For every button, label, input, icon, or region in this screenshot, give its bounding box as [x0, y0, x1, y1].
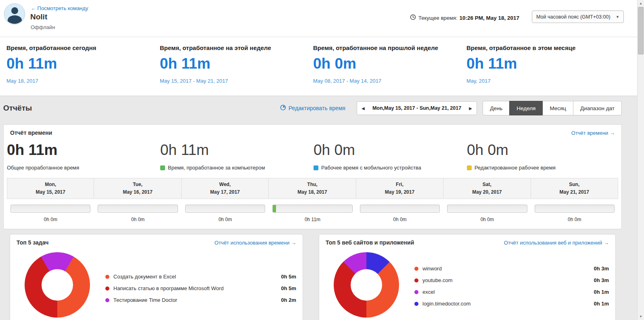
- reports-toolbar: Отчёты Редактировать время ◀ Mon,May 15,…: [0, 96, 637, 120]
- day-time: 0h 0m: [356, 217, 443, 222]
- legend-row: youtube.com 0h 3m: [414, 274, 609, 286]
- day-time: 0h 0m: [443, 217, 531, 222]
- web-app-usage-report-link[interactable]: Отчёт использования веб и приложений →: [504, 240, 609, 246]
- bottom-cards: Топ 5 задач Отчёт использования времени …: [10, 234, 622, 320]
- legend-row: login.timedoctor.com 0h 1m: [414, 298, 609, 310]
- time-report-summary: 0h 11m Общее проработанное время 0h 11m …: [4, 136, 621, 171]
- time-report-link[interactable]: Отчёт времени →: [571, 130, 615, 136]
- prev-week-button[interactable]: ◀: [357, 102, 369, 115]
- stat-this-month: Время, отработанное в этом месяце 0h 11m…: [466, 37, 620, 96]
- stat-title: Время, отработанное на прошлой неделе: [313, 44, 466, 51]
- view-day-button[interactable]: День: [483, 101, 510, 115]
- edited-time-marker: [467, 165, 472, 170]
- stats-row: Время, отработанное сегодня 0h 11m May 1…: [0, 37, 637, 96]
- view-team-link[interactable]: ← Посмотреть команду: [31, 5, 88, 11]
- tasks-donut-chart: [25, 252, 90, 318]
- user-name: Nolit: [30, 13, 47, 21]
- timezone-select-value: Мой часовой пояс (GMT+03:00): [536, 14, 611, 20]
- stat-last-week: Время, отработанное на прошлой неделе 0h…: [313, 37, 466, 96]
- legend-time: 0h 3m: [594, 277, 609, 283]
- legend-label: Создать документ в Excel: [113, 274, 176, 280]
- legend-label: winword: [422, 266, 442, 272]
- day-header-cell: Mon,May 15, 2017: [7, 178, 94, 199]
- legend-label: youtube.com: [422, 277, 452, 283]
- top-sites-content: winword 0h 3m youtube.com 0h 3m excel 0h…: [319, 246, 615, 318]
- legend-label: excel: [422, 289, 435, 295]
- legend-dot: [105, 275, 109, 279]
- week-times-row: 0h 0m 0h 0m 0h 0m 0h 11m 0h 0m 0h 0m 0h …: [7, 217, 618, 222]
- stat-period: May 08, 2017 - May 14, 2017: [313, 78, 466, 84]
- top-tasks-content: Создать документ в Excel 0h 5m Написать …: [10, 246, 303, 318]
- legend-dot: [414, 302, 418, 306]
- legend-label: Тестирование Time Doctor: [113, 297, 177, 303]
- summary-value: 0h 11m: [7, 142, 160, 159]
- legend-time: 0h 5m: [281, 274, 296, 280]
- top-sites-card: Топ 5 веб сайтов и приложений Отчёт испо…: [319, 234, 616, 320]
- legend-time: 0h 1m: [594, 301, 609, 307]
- legend-dot: [414, 278, 418, 282]
- legend-time: 0h 3m: [594, 266, 609, 272]
- day-time: 0h 0m: [7, 217, 94, 222]
- view-week-button[interactable]: Неделя: [509, 101, 543, 115]
- current-time: Текущее время: 10:26 PM, May 18, 2017: [410, 14, 519, 21]
- user-status: Оффлайн: [31, 24, 55, 30]
- scrollbar-down-icon[interactable]: ▼: [638, 313, 644, 320]
- dashboard-page: ← Посмотреть команду Nolit Оффлайн Текущ…: [0, 0, 637, 320]
- day-header-cell: Sat,May 20, 2017: [443, 178, 531, 199]
- stat-title: Время, отработанное на этой неделе: [160, 44, 313, 51]
- timezone-select[interactable]: Мой часовой пояс (GMT+03:00) ▼: [532, 10, 624, 23]
- vertical-scrollbar[interactable]: ▲ ▼: [637, 0, 644, 320]
- day-progress-bar: [360, 205, 440, 213]
- legend-dot: [414, 290, 418, 294]
- legend-row: Тестирование Time Doctor 0h 2m: [105, 294, 296, 306]
- day-time: 0h 0m: [531, 217, 618, 222]
- top-tasks-header: Топ 5 задач Отчёт использования времени …: [10, 234, 303, 246]
- date-navigator: ◀ Mon,May 15, 2017 - Sun,May 21, 2017 ▶: [357, 101, 477, 115]
- stat-value: 0h 11m: [466, 55, 620, 72]
- legend-time: 0h 2m: [281, 297, 296, 303]
- day-time: 0h 0m: [94, 217, 181, 222]
- day-progress-bar: [185, 205, 265, 213]
- view-range-button[interactable]: Диапазон дат: [573, 101, 622, 115]
- day-header-cell: Thu,May 18, 2017: [268, 178, 356, 199]
- day-header-cell: Sun,May 21, 2017: [531, 178, 618, 199]
- view-month-button[interactable]: Месяц: [542, 101, 573, 115]
- summary-label: Рабочее время с мобильного устройства: [314, 165, 467, 171]
- legend-time: 0h 1m: [594, 289, 609, 295]
- time-report-title: Отчёт времени: [10, 130, 52, 136]
- computer-time-marker: [160, 165, 165, 170]
- next-week-button[interactable]: ▶: [464, 102, 477, 115]
- summary-value: 0h 0m: [314, 142, 467, 159]
- legend-row: winword 0h 3m: [414, 263, 609, 274]
- stat-value: 0h 0m: [313, 55, 466, 72]
- clock-icon: [410, 14, 416, 21]
- arrow-left-icon: ◀: [362, 106, 365, 111]
- edit-time-clock-icon: [280, 105, 286, 112]
- day-header-cell: Tue,May 16, 2017: [94, 178, 181, 199]
- legend-time: 0h 5m: [281, 285, 296, 291]
- day-progress-bar: [272, 205, 352, 213]
- stat-this-week: Время, отработанное на этой неделе 0h 11…: [160, 37, 313, 96]
- top-tasks-title: Топ 5 задач: [17, 239, 48, 246]
- day-progress-bar: [98, 205, 178, 213]
- top-sites-header: Топ 5 веб сайтов и приложений Отчёт испо…: [319, 234, 615, 246]
- summary-edited: 0h 0m Редактированное рабочее время: [467, 142, 620, 171]
- stat-today: Время, отработанное сегодня 0h 11m May 1…: [6, 37, 160, 96]
- current-time-value: 10:26 PM, May 18, 2017: [459, 15, 519, 21]
- time-usage-report-link[interactable]: Отчёт использования времени →: [215, 240, 296, 246]
- mobile-time-marker: [314, 165, 318, 170]
- top-tasks-card: Топ 5 задач Отчёт использования времени …: [10, 234, 303, 320]
- date-range-label: Mon,May 15, 2017 - Sun,May 21, 2017: [369, 105, 464, 111]
- scrollbar-thumb[interactable]: [638, 7, 644, 54]
- edit-time-link[interactable]: Редактировать время: [280, 105, 345, 112]
- tasks-legend: Создать документ в Excel 0h 5m Написать …: [105, 271, 296, 318]
- day-progress-bar: [10, 205, 90, 213]
- summary-label: Время, проработанное за компьютером: [160, 165, 314, 171]
- day-header-cell: Wed,May 17, 2017: [181, 178, 269, 199]
- week-header-row: Mon,May 15, 2017 Tue,May 16, 2017 Wed,Ma…: [7, 178, 618, 199]
- view-switcher: День Неделя Месяц Диапазон дат: [483, 101, 622, 115]
- chevron-down-icon: ▼: [616, 15, 619, 19]
- stat-value: 0h 11m: [160, 55, 313, 72]
- legend-row: excel 0h 1m: [414, 286, 609, 298]
- scrollbar-up-icon[interactable]: ▲: [638, 0, 644, 7]
